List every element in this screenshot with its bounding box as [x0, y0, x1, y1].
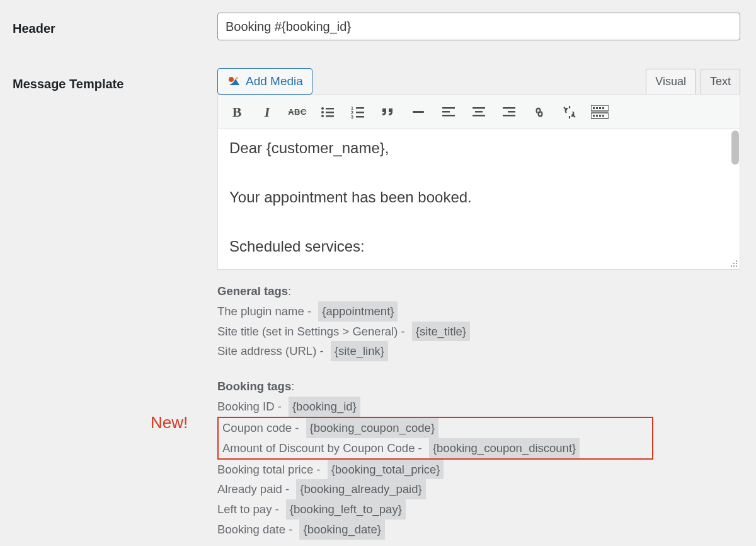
svg-rect-13 — [356, 116, 364, 118]
header-row: Header — [13, 13, 743, 40]
tag-token: {booking_left_to_pay} — [286, 499, 406, 520]
editor-line: Your appointment has been booked. — [229, 189, 728, 206]
svg-rect-33 — [593, 115, 595, 117]
new-badge: New! — [151, 409, 188, 437]
tag-label: Left to pay - — [217, 502, 282, 516]
toolbar-toggle-button[interactable] — [591, 103, 609, 121]
svg-rect-16 — [442, 115, 455, 117]
add-media-button[interactable]: Add Media — [217, 68, 312, 95]
svg-rect-3 — [326, 108, 334, 110]
svg-rect-30 — [599, 107, 601, 109]
tag-token: {appointment} — [318, 301, 398, 322]
svg-text:1: 1 — [351, 106, 353, 110]
numbered-list-button[interactable]: 123 — [349, 103, 367, 121]
svg-text:3: 3 — [351, 115, 353, 119]
tags-help: General tags: The plugin name - {appoint… — [217, 270, 740, 540]
editor-content[interactable]: Dear {customer_name}, Your appointment h… — [218, 129, 740, 269]
italic-button[interactable]: I — [258, 103, 276, 121]
tag-label: Site title (set in Settings > General) - — [217, 325, 408, 338]
svg-rect-38 — [733, 263, 735, 264]
editor-line: Dear {customer_name}, — [229, 139, 728, 157]
tag-label: Booking date - — [217, 523, 295, 536]
tag-token: {booking_coupon_discount} — [429, 438, 580, 458]
tag-label: Already paid - — [217, 482, 292, 496]
svg-rect-7 — [326, 115, 334, 117]
svg-rect-22 — [503, 115, 515, 117]
svg-rect-28 — [593, 107, 595, 109]
tag-token: {site_link} — [331, 341, 388, 361]
horizontal-rule-button[interactable] — [410, 103, 427, 121]
media-icon — [227, 75, 241, 88]
svg-rect-15 — [442, 111, 450, 113]
resize-grip-icon[interactable] — [730, 259, 738, 268]
svg-point-0 — [229, 77, 234, 82]
svg-rect-20 — [503, 107, 515, 109]
unlink-button[interactable] — [561, 103, 578, 121]
booking-tags-heading: Booking tags — [217, 380, 291, 393]
svg-rect-5 — [326, 112, 334, 113]
svg-rect-34 — [596, 115, 598, 117]
general-tags-heading: General tags — [217, 284, 288, 298]
rich-editor: B I ABC 123 — [217, 95, 740, 270]
align-left-button[interactable] — [440, 103, 457, 121]
strikethrough-button[interactable]: ABC — [289, 103, 306, 121]
svg-rect-41 — [733, 265, 735, 267]
svg-point-4 — [321, 111, 324, 113]
editor-scrollbar[interactable] — [731, 131, 739, 165]
header-input[interactable] — [217, 13, 740, 40]
svg-text:2: 2 — [351, 110, 353, 115]
message-template-label: Message Template — [13, 68, 217, 91]
tag-label: Site address (URL) - — [217, 344, 327, 357]
header-label: Header — [13, 13, 217, 36]
svg-point-6 — [321, 115, 324, 117]
svg-rect-40 — [731, 265, 732, 267]
tag-token: {booking_already_paid} — [296, 479, 425, 499]
svg-rect-31 — [602, 107, 604, 109]
svg-rect-11 — [356, 112, 364, 113]
svg-rect-14 — [442, 107, 455, 109]
tab-text[interactable]: Text — [701, 69, 740, 94]
svg-rect-21 — [508, 111, 515, 113]
tag-label: Booking ID - — [217, 400, 285, 413]
svg-rect-36 — [602, 115, 604, 117]
svg-rect-42 — [736, 265, 737, 267]
add-media-label: Add Media — [246, 74, 303, 88]
tag-label: Coupon code - — [222, 421, 302, 434]
bullet-list-button[interactable] — [319, 103, 336, 121]
svg-rect-9 — [356, 107, 364, 109]
svg-rect-29 — [596, 107, 598, 109]
blockquote-button[interactable] — [379, 103, 397, 121]
svg-point-2 — [321, 107, 324, 110]
tag-label: Booking total price - — [217, 463, 324, 476]
svg-rect-18 — [475, 111, 483, 113]
bold-button[interactable]: B — [228, 103, 246, 121]
tag-label: The plugin name - — [217, 305, 314, 318]
svg-rect-39 — [736, 263, 737, 264]
svg-point-1 — [236, 77, 238, 79]
svg-rect-35 — [599, 115, 601, 117]
link-button[interactable] — [530, 103, 548, 121]
tag-token: {booking_date} — [299, 520, 384, 540]
align-right-button[interactable] — [500, 103, 518, 121]
editor-line: Scheduled services: — [229, 238, 728, 255]
svg-rect-17 — [472, 107, 485, 109]
new-tags-highlight: Coupon code - {booking_coupon_code} Amou… — [217, 417, 653, 460]
tag-token: {site_title} — [412, 322, 470, 342]
tag-token: {booking_id} — [289, 397, 360, 417]
tag-label: Amount of Discount by Coupon Code - — [222, 441, 425, 455]
editor-tabs: Visual Text — [646, 69, 740, 94]
align-center-button[interactable] — [470, 103, 488, 121]
message-template-row: Message Template Add Media Visual Tex — [13, 68, 743, 540]
svg-rect-37 — [736, 260, 737, 262]
tab-visual[interactable]: Visual — [646, 69, 696, 94]
svg-rect-19 — [472, 115, 485, 117]
tag-token: {booking_total_price} — [328, 460, 444, 480]
tag-token: {booking_coupon_code} — [306, 418, 439, 438]
editor-toolbar: B I ABC 123 — [218, 95, 740, 129]
